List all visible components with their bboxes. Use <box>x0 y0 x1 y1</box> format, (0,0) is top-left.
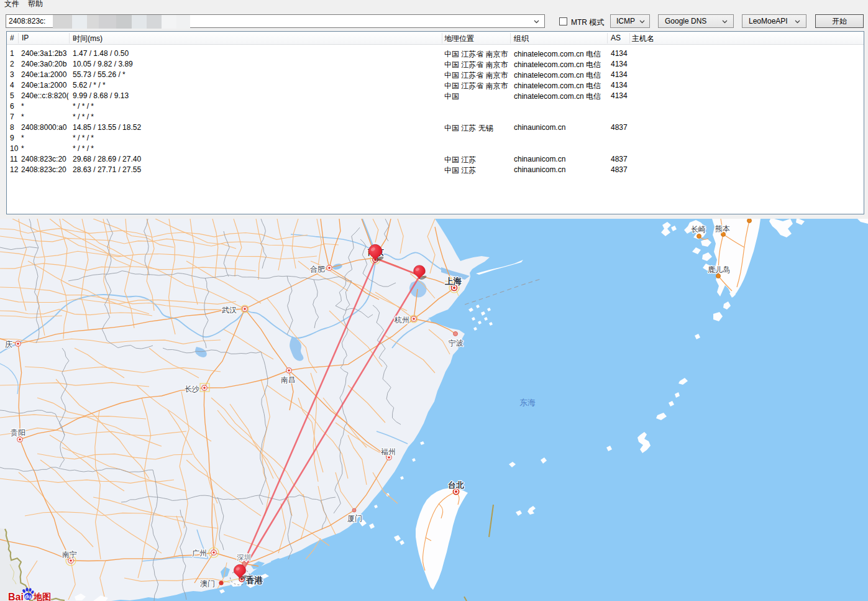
svg-text:熊本: 熊本 <box>715 224 730 233</box>
svg-text:庆: 庆 <box>5 340 12 349</box>
svg-text:宁波: 宁波 <box>449 339 464 347</box>
svg-text:du: du <box>25 594 32 600</box>
svg-text:地图: 地图 <box>33 592 51 601</box>
svg-text:澳门: 澳门 <box>200 579 215 588</box>
svg-text:Bai: Bai <box>8 592 24 601</box>
svg-text:香港: 香港 <box>245 575 263 585</box>
svg-text:杭州: 杭州 <box>394 316 409 324</box>
svg-text:南宁: 南宁 <box>62 550 77 559</box>
svg-text:长崎: 长崎 <box>691 225 706 234</box>
svg-text:广州: 广州 <box>192 549 207 557</box>
svg-text:深圳: 深圳 <box>237 554 251 561</box>
svg-text:南昌: 南昌 <box>281 375 296 384</box>
svg-text:东海: 东海 <box>519 398 536 407</box>
svg-text:贵阳: 贵阳 <box>11 428 25 437</box>
svg-text:长沙: 长沙 <box>185 385 199 393</box>
svg-text:上海: 上海 <box>444 277 462 286</box>
svg-text:合肥: 合肥 <box>310 265 325 273</box>
svg-text:武汉: 武汉 <box>222 306 237 314</box>
svg-text:鹿儿岛: 鹿儿岛 <box>708 265 730 274</box>
svg-text:台北: 台北 <box>448 480 464 490</box>
svg-text:福州: 福州 <box>380 447 396 456</box>
svg-text:厦门: 厦门 <box>347 514 362 523</box>
